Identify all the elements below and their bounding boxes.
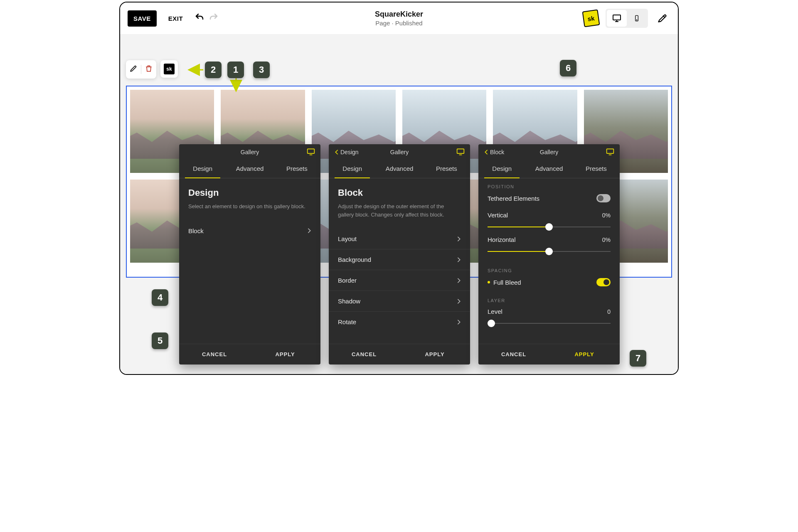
tab-design[interactable]: Design <box>478 160 525 178</box>
panel-block: Design Gallery Design Advanced Presets B… <box>329 144 470 365</box>
vertical-value: 0% <box>602 212 611 219</box>
tab-presets[interactable]: Presets <box>273 160 320 178</box>
panel-design-root: Gallery Design Advanced Presets Design S… <box>179 144 320 365</box>
page-title: SquareKicker <box>375 10 423 19</box>
cancel-button[interactable]: CANCEL <box>179 344 250 365</box>
list-item-shadow[interactable]: Shadow <box>329 291 470 312</box>
horizontal-label: Horizontal <box>488 236 516 243</box>
monitor-icon[interactable] <box>306 148 315 157</box>
device-toggle <box>606 9 648 28</box>
callout-2: 2 <box>205 62 222 78</box>
svg-rect-0 <box>613 15 621 20</box>
group-label-spacing: SPACING <box>488 268 611 273</box>
tab-presets[interactable]: Presets <box>573 160 620 178</box>
sk-logo[interactable]: sk <box>582 10 600 27</box>
tab-design[interactable]: Design <box>329 160 376 178</box>
topbar: SAVE EXIT SquareKicker Page · Published … <box>120 2 678 34</box>
callout-3: 3 <box>253 62 270 78</box>
trash-icon[interactable] <box>145 64 153 74</box>
page-subtitle: Page · Published <box>375 20 423 27</box>
callout-7: 7 <box>630 350 646 367</box>
horizontal-slider[interactable] <box>488 247 611 256</box>
vertical-label: Vertical <box>488 212 508 219</box>
mobile-view-button[interactable] <box>627 10 647 27</box>
cancel-button[interactable]: CANCEL <box>329 344 399 365</box>
horizontal-value: 0% <box>602 236 611 243</box>
redo-icon[interactable] <box>209 12 219 24</box>
desktop-view-button[interactable] <box>607 10 627 27</box>
level-label: Level <box>488 308 502 315</box>
page-title-block: SquareKicker Page · Published <box>375 10 423 27</box>
panel-description: Adjust the design of the outer element o… <box>338 202 461 219</box>
callout-4: 4 <box>152 289 168 306</box>
cancel-button[interactable]: CANCEL <box>478 344 549 365</box>
tethered-toggle[interactable] <box>596 194 611 202</box>
panel-description: Select an element to design on this gall… <box>188 202 311 211</box>
apply-button[interactable]: APPLY <box>399 344 470 365</box>
list-item-rotate[interactable]: Rotate <box>329 312 470 332</box>
svg-rect-3 <box>308 149 315 153</box>
modified-indicator-icon <box>488 281 490 283</box>
panel-title: Gallery <box>390 149 409 155</box>
vertical-slider[interactable] <box>488 223 611 231</box>
list-item-background[interactable]: Background <box>329 249 470 270</box>
full-bleed-toggle[interactable] <box>596 278 611 286</box>
full-bleed-label: Full Bleed <box>493 279 521 286</box>
block-toolbar: sk <box>126 60 178 79</box>
tab-advanced[interactable]: Advanced <box>226 160 273 178</box>
callout-1: 1 <box>227 62 244 78</box>
monitor-icon[interactable] <box>456 148 465 157</box>
svg-rect-5 <box>607 149 614 153</box>
tab-presets[interactable]: Presets <box>423 160 470 178</box>
tethered-label: Tethered Elements <box>488 195 539 202</box>
panel-layout: Block Gallery Design Advanced Presets PO… <box>478 144 620 365</box>
svg-rect-4 <box>457 149 464 153</box>
panel-heading: Block <box>338 187 461 198</box>
callout-5: 5 <box>152 332 168 349</box>
list-item-layout[interactable]: Layout <box>329 229 470 249</box>
panel-title: Gallery <box>540 149 558 155</box>
edit-icon[interactable] <box>129 64 138 74</box>
group-label-layer: LAYER <box>488 298 611 303</box>
exit-button[interactable]: EXIT <box>168 15 183 22</box>
list-item-border[interactable]: Border <box>329 270 470 291</box>
apply-button[interactable]: APPLY <box>250 344 320 365</box>
monitor-icon[interactable] <box>606 148 615 157</box>
back-button[interactable]: Design <box>335 149 359 155</box>
paint-icon[interactable] <box>654 10 670 27</box>
panel-heading: Design <box>188 187 311 198</box>
panel-title: Gallery <box>241 149 259 155</box>
sk-block-button[interactable]: sk <box>160 60 178 78</box>
tab-design[interactable]: Design <box>179 160 226 178</box>
callout-6: 6 <box>560 60 576 76</box>
back-button[interactable]: Block <box>484 149 504 155</box>
save-button[interactable]: SAVE <box>128 10 157 27</box>
list-item-block[interactable]: Block <box>179 221 320 241</box>
tab-advanced[interactable]: Advanced <box>376 160 423 178</box>
undo-icon[interactable] <box>195 12 204 24</box>
apply-button[interactable]: APPLY <box>549 344 620 365</box>
level-value: 0 <box>607 308 611 315</box>
svg-point-2 <box>636 20 637 20</box>
level-slider[interactable] <box>488 319 611 328</box>
group-label-position: POSITION <box>488 184 611 189</box>
canvas: sk Gallery <box>120 34 678 374</box>
tab-advanced[interactable]: Advanced <box>525 160 572 178</box>
